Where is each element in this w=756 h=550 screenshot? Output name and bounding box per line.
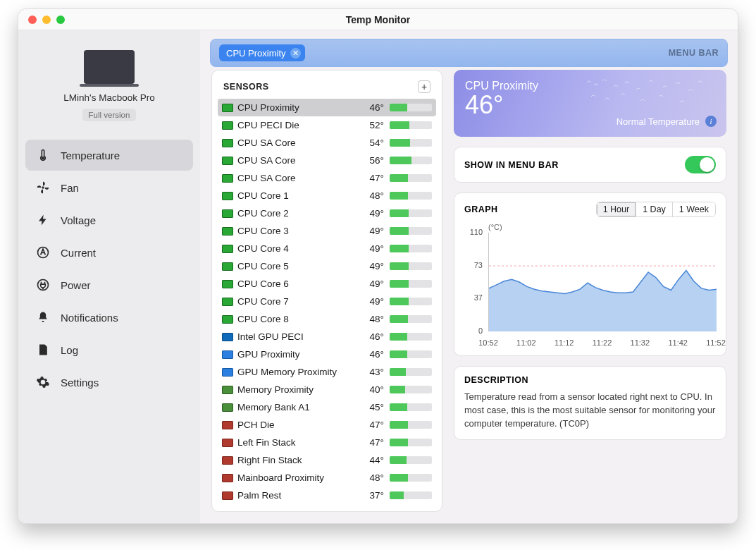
bell-icon (35, 310, 51, 325)
sensors-panel: SENSORS + CPU Proximity46°CPU PECI Die52… (211, 70, 442, 512)
sidebar-item-label: Temperature (61, 149, 120, 161)
sidebar-item-settings[interactable]: Settings (25, 367, 193, 398)
sensor-row[interactable]: CPU Core 749° (218, 293, 436, 310)
sensor-bar (390, 139, 432, 147)
sensor-row[interactable]: Mainboard Proximity48° (218, 469, 436, 487)
sensor-bar (390, 245, 432, 252)
graph-area: (°C) 0377311010:5211:0211:1211:2211:3211… (464, 223, 716, 347)
graph-y-unit: (°C) (488, 223, 502, 231)
sensor-chip-icon (222, 227, 233, 236)
description-body: Temperature read from a sensor located r… (464, 391, 716, 431)
filter-bar[interactable]: CPU Proximity ✕ MENU BAR (210, 39, 728, 67)
sensor-row[interactable]: CPU Core 649° (218, 275, 436, 293)
sensor-name: CPU Core 4 (237, 243, 360, 254)
filter-chip-label: CPU Proximity (226, 48, 286, 59)
sensor-bar (390, 439, 432, 446)
filter-chip[interactable]: CPU Proximity ✕ (219, 44, 305, 61)
sensor-name: Right Fin Stack (237, 455, 360, 465)
sensor-list[interactable]: CPU Proximity46°CPU PECI Die52°CPU SA Co… (218, 99, 436, 504)
version-badge[interactable]: Full version (82, 109, 137, 121)
decorative-birds-icon (585, 77, 712, 109)
sensor-chip-icon (222, 491, 233, 500)
graph-x-tick: 11:32 (631, 338, 650, 347)
sidebar-nav: TemperatureFanVoltageCurrentPowerNotific… (18, 138, 200, 399)
add-sensor-button[interactable]: + (418, 80, 430, 93)
sensor-row[interactable]: CPU Core 549° (218, 257, 436, 275)
sensor-chip-icon (222, 403, 233, 412)
sidebar-item-log[interactable]: LOGLog (25, 334, 193, 365)
sensor-value: 37° (360, 490, 384, 501)
sensor-bar (390, 350, 432, 358)
sensor-bar (390, 456, 432, 464)
graph-x-tick: 11:02 (516, 338, 536, 347)
sensor-row[interactable]: Palm Rest37° (218, 487, 436, 504)
sensor-name: Intel GPU PECI (237, 331, 360, 342)
sensor-row[interactable]: CPU SA Core47° (218, 169, 436, 187)
sidebar-item-label: Current (61, 247, 96, 259)
sensor-row[interactable]: PCH Die47° (218, 416, 436, 434)
sensor-name: CPU Core 1 (237, 190, 360, 201)
sensor-chip-icon (222, 157, 233, 165)
sensor-value: 48° (360, 472, 384, 483)
sensor-row[interactable]: CPU SA Core54° (218, 134, 436, 152)
sensor-name: Palm Rest (237, 490, 360, 501)
sidebar-item-notifications[interactable]: Notifications (25, 302, 193, 333)
sensor-row[interactable]: CPU SA Core56° (218, 152, 436, 169)
sensor-row[interactable]: Intel GPU PECI46° (218, 328, 436, 346)
graph-x-tick: 11:12 (554, 338, 574, 347)
sidebar-item-label: Settings (61, 377, 99, 389)
sensor-row[interactable]: CPU Core 349° (218, 222, 436, 240)
sensor-name: Memory Bank A1 (237, 402, 360, 412)
sensor-value: 54° (360, 138, 384, 148)
show-in-menu-bar-toggle[interactable] (685, 156, 716, 173)
sensor-bar (390, 298, 432, 305)
sidebar-item-fan[interactable]: Fan (25, 172, 193, 203)
sensor-value: 47° (360, 437, 384, 448)
sidebar-item-power[interactable]: Power (25, 269, 193, 300)
sensor-row[interactable]: GPU Memory Proximity43° (218, 363, 436, 381)
graph-range-1week[interactable]: 1 Week (672, 202, 715, 216)
sensor-row[interactable]: CPU Core 449° (218, 240, 436, 257)
sensor-row[interactable]: GPU Proximity46° (218, 346, 436, 363)
window-title: Temp Monitor (18, 14, 738, 25)
sidebar-item-current[interactable]: Current (25, 237, 193, 268)
sensor-name: CPU SA Core (237, 173, 360, 183)
graph-x-tick: 11:52 (706, 338, 726, 347)
device-thumbnail (84, 50, 135, 84)
graph-y-tick: 37 (464, 293, 483, 302)
sensor-row[interactable]: CPU Core 848° (218, 310, 436, 328)
sidebar-item-label: Log (61, 344, 78, 356)
minimize-window-button[interactable] (42, 16, 51, 24)
info-icon[interactable]: i (705, 116, 717, 127)
sensor-chip-icon (222, 333, 233, 341)
sensor-row[interactable]: Memory Bank A145° (218, 398, 436, 416)
graph-range-1day[interactable]: 1 Day (636, 202, 672, 216)
sensor-value: 46° (360, 102, 384, 113)
thermometer-icon (35, 147, 51, 163)
sensor-row[interactable]: Left Fin Stack47° (218, 434, 436, 451)
sensor-bar (390, 315, 432, 323)
sensor-chip-icon (222, 245, 233, 253)
menu-bar-label[interactable]: MENU BAR (669, 48, 719, 58)
sensor-bar (390, 333, 432, 341)
sensor-row[interactable]: Memory Proximity40° (218, 381, 436, 398)
close-window-button[interactable] (28, 16, 37, 24)
sensor-bar (390, 280, 432, 288)
sidebar-item-temperature[interactable]: Temperature (25, 140, 193, 171)
fullscreen-window-button[interactable] (56, 16, 65, 24)
sensor-chip-icon (222, 421, 233, 429)
sensor-chip-icon (222, 368, 233, 377)
sensor-row[interactable]: Right Fin Stack44° (218, 451, 436, 469)
sensor-row[interactable]: CPU Proximity46° (218, 99, 436, 116)
graph-range-segmented[interactable]: 1 Hour1 Day1 Week (596, 202, 716, 217)
sidebar-item-label: Voltage (61, 214, 96, 226)
sidebar-item-voltage[interactable]: Voltage (25, 204, 193, 236)
svg-point-0 (42, 157, 44, 159)
sensor-row[interactable]: CPU Core 148° (218, 187, 436, 204)
sensor-name: CPU Core 8 (237, 314, 360, 324)
sensor-bar (390, 192, 432, 200)
filter-chip-remove-icon[interactable]: ✕ (290, 48, 301, 59)
sensor-row[interactable]: CPU PECI Die52° (218, 116, 436, 134)
graph-range-1hour[interactable]: 1 Hour (597, 202, 636, 216)
sensor-row[interactable]: CPU Core 249° (218, 204, 436, 222)
